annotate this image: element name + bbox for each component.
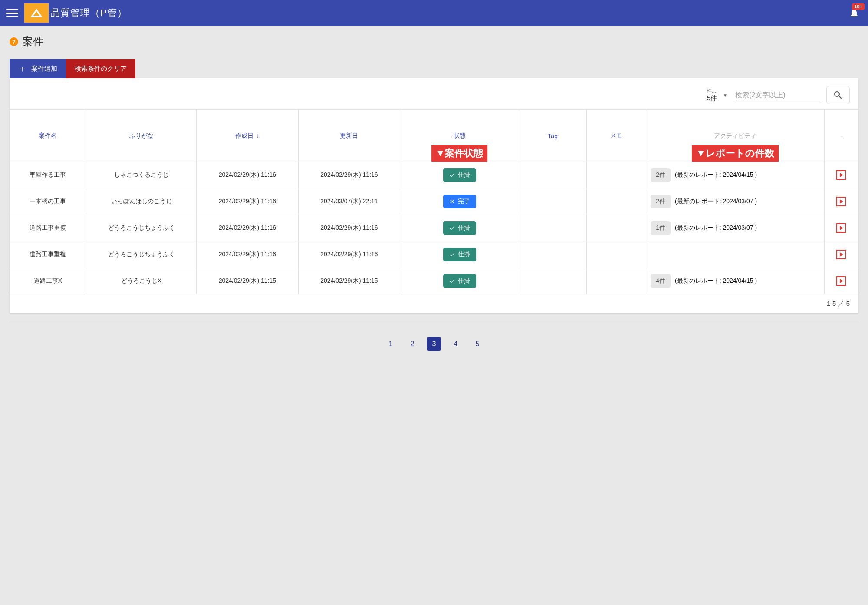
page-size-label: 件… bbox=[707, 88, 717, 94]
cell-memo bbox=[587, 268, 646, 294]
col-updated[interactable]: 更新日 bbox=[298, 110, 400, 162]
search-input[interactable] bbox=[733, 89, 820, 102]
cell-tag bbox=[519, 162, 586, 188]
notifications-button[interactable]: 10+ bbox=[846, 5, 862, 21]
add-case-button[interactable]: ＋ 案件追加 bbox=[10, 59, 66, 78]
cell-updated: 2024/03/07(木) 22:11 bbox=[298, 188, 400, 215]
status-chip[interactable]: 仕掛 bbox=[443, 221, 476, 235]
cell-activity bbox=[646, 241, 825, 268]
cell-action bbox=[824, 162, 858, 188]
cell-memo bbox=[587, 215, 646, 241]
table-row: 道路工事X どうろこうじX 2024/02/29(木) 11:15 2024/0… bbox=[10, 268, 858, 294]
col-memo[interactable]: メモ bbox=[587, 110, 646, 162]
cell-name: 道路工事X bbox=[10, 268, 86, 294]
cell-status: 仕掛 bbox=[400, 268, 519, 294]
latest-report-text: (最新のレポート: 2024/04/15 ) bbox=[675, 277, 757, 285]
page-3[interactable]: 3 bbox=[427, 337, 441, 351]
play-button[interactable] bbox=[836, 197, 846, 206]
report-count-chip: 2件 bbox=[651, 195, 671, 208]
table-toolbar: 件… 5件 ▼ bbox=[10, 78, 858, 109]
cell-furigana: しゃこつくるこうじ bbox=[86, 162, 196, 188]
status-chip[interactable]: 仕掛 bbox=[443, 274, 476, 288]
annotation-activity: ▼レポートの件数 bbox=[692, 145, 779, 162]
latest-report-text: (最新のレポート: 2024/03/07 ) bbox=[675, 198, 757, 205]
close-icon bbox=[449, 198, 455, 205]
play-button[interactable] bbox=[836, 250, 846, 259]
report-count-chip: 4件 bbox=[651, 274, 671, 288]
check-icon bbox=[449, 172, 455, 178]
play-icon bbox=[840, 173, 843, 177]
cell-updated: 2024/02/29(木) 11:15 bbox=[298, 268, 400, 294]
cell-created: 2024/02/29(木) 11:16 bbox=[197, 241, 299, 268]
cases-table: 案件名 ふりがな 作成日↓ 更新日 状態 ▼案件状態 Tag メモ アクティビテ… bbox=[10, 109, 858, 294]
play-icon bbox=[840, 279, 843, 283]
cell-tag bbox=[519, 241, 586, 268]
page-1[interactable]: 1 bbox=[384, 337, 398, 351]
cell-tag bbox=[519, 215, 586, 241]
play-button[interactable] bbox=[836, 223, 846, 233]
page-2[interactable]: 2 bbox=[405, 337, 419, 351]
status-label: 仕掛 bbox=[458, 277, 470, 285]
cell-furigana: どうろこうじちょうふく bbox=[86, 241, 196, 268]
chevron-down-icon[interactable]: ▼ bbox=[723, 93, 727, 98]
cell-updated: 2024/02/29(木) 11:16 bbox=[298, 162, 400, 188]
annotation-status: ▼案件状態 bbox=[431, 145, 488, 162]
sort-desc-icon: ↓ bbox=[256, 132, 259, 139]
col-furigana[interactable]: ふりがな bbox=[86, 110, 196, 162]
cell-created: 2024/02/29(木) 11:16 bbox=[197, 162, 299, 188]
cell-action bbox=[824, 268, 858, 294]
app-bar: 品質管理（P管） 10+ bbox=[0, 0, 868, 26]
cell-status: 完了 bbox=[400, 188, 519, 215]
status-label: 仕掛 bbox=[458, 224, 470, 232]
search-button[interactable] bbox=[826, 86, 850, 104]
clear-filter-button[interactable]: 検索条件のクリア bbox=[66, 59, 135, 78]
status-label: 完了 bbox=[458, 198, 470, 205]
help-icon[interactable]: ? bbox=[10, 37, 18, 46]
app-logo[interactable] bbox=[24, 3, 49, 23]
plus-icon: ＋ bbox=[18, 64, 27, 73]
cell-tag bbox=[519, 188, 586, 215]
latest-report-text: (最新のレポート: 2024/03/07 ) bbox=[675, 224, 757, 232]
col-action: - bbox=[824, 110, 858, 162]
cell-tag bbox=[519, 268, 586, 294]
status-chip[interactable]: 完了 bbox=[443, 195, 476, 208]
page-5[interactable]: 5 bbox=[470, 337, 484, 351]
cell-furigana: どうろこうじちょうふく bbox=[86, 215, 196, 241]
cell-action bbox=[824, 215, 858, 241]
cell-furigana: どうろこうじX bbox=[86, 268, 196, 294]
cell-furigana: いっぽんばしのこうじ bbox=[86, 188, 196, 215]
page-size-value: 5件 bbox=[707, 94, 717, 102]
clear-filter-label: 検索条件のクリア bbox=[75, 65, 127, 73]
status-chip[interactable]: 仕掛 bbox=[443, 168, 476, 182]
pagination: 12345 bbox=[10, 331, 858, 368]
cell-activity: 1件 (最新のレポート: 2024/03/07 ) bbox=[646, 215, 825, 241]
cell-status: 仕掛 bbox=[400, 241, 519, 268]
page-4[interactable]: 4 bbox=[449, 337, 463, 351]
cell-activity: 2件 (最新のレポート: 2024/04/15 ) bbox=[646, 162, 825, 188]
page-size-select[interactable]: 件… 5件 bbox=[707, 88, 717, 102]
cell-action bbox=[824, 241, 858, 268]
table-row: 一本橋の工事 いっぽんばしのこうじ 2024/02/29(木) 11:16 20… bbox=[10, 188, 858, 215]
page-title: 案件 bbox=[23, 35, 43, 49]
play-icon bbox=[840, 226, 843, 230]
search-icon bbox=[833, 90, 843, 100]
cell-updated: 2024/02/29(木) 11:16 bbox=[298, 241, 400, 268]
col-name[interactable]: 案件名 bbox=[10, 110, 86, 162]
col-activity: アクティビティ ▼レポートの件数 bbox=[646, 110, 825, 162]
divider bbox=[10, 322, 858, 322]
status-chip[interactable]: 仕掛 bbox=[443, 248, 476, 261]
table-row: 道路工事重複 どうろこうじちょうふく 2024/02/29(木) 11:16 2… bbox=[10, 241, 858, 268]
cell-updated: 2024/02/29(木) 11:16 bbox=[298, 215, 400, 241]
menu-icon[interactable] bbox=[6, 7, 18, 19]
cell-name: 車庫作る工事 bbox=[10, 162, 86, 188]
col-created[interactable]: 作成日↓ bbox=[197, 110, 299, 162]
col-tag[interactable]: Tag bbox=[519, 110, 586, 162]
col-status[interactable]: 状態 ▼案件状態 bbox=[400, 110, 519, 162]
status-label: 仕掛 bbox=[458, 171, 470, 179]
table-row: 車庫作る工事 しゃこつくるこうじ 2024/02/29(木) 11:16 202… bbox=[10, 162, 858, 188]
cell-created: 2024/02/29(木) 11:16 bbox=[197, 188, 299, 215]
cell-created: 2024/02/29(木) 11:16 bbox=[197, 215, 299, 241]
page-title-row: ? 案件 bbox=[10, 35, 858, 49]
play-button[interactable] bbox=[836, 170, 846, 180]
play-button[interactable] bbox=[836, 276, 846, 286]
